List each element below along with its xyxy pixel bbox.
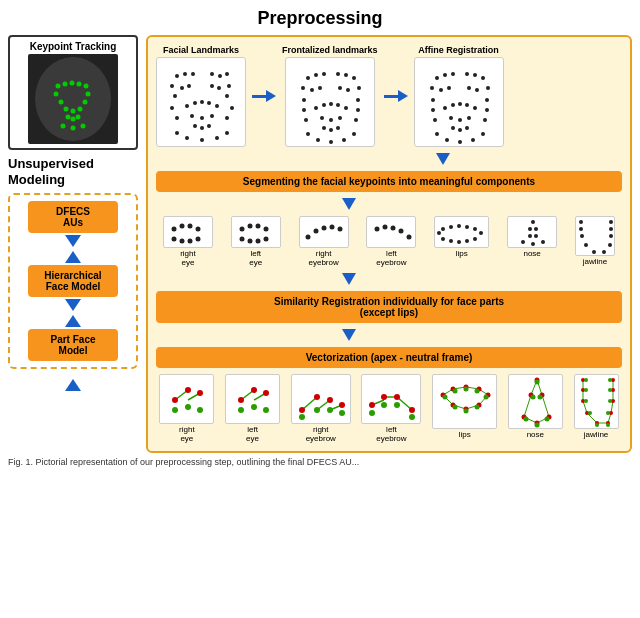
- svg-point-285: [608, 378, 612, 382]
- svg-point-163: [531, 242, 535, 246]
- svg-point-112: [433, 118, 437, 122]
- svg-point-97: [439, 88, 443, 92]
- vec-row: righteye: [156, 374, 622, 443]
- svg-point-59: [301, 86, 305, 90]
- svg-point-4: [77, 82, 82, 87]
- svg-point-26: [227, 84, 231, 88]
- svg-point-2: [63, 82, 68, 87]
- keypoint-label: Keypoint Tracking: [14, 41, 132, 52]
- svg-point-3: [70, 81, 75, 86]
- svg-point-208: [381, 394, 387, 400]
- svg-point-115: [485, 108, 489, 112]
- svg-point-66: [346, 88, 350, 92]
- svg-point-184: [197, 407, 203, 413]
- svg-point-61: [302, 98, 306, 102]
- svg-line-260: [587, 413, 597, 423]
- vec-left-eye: lefteye: [225, 374, 280, 443]
- svg-point-54: [314, 73, 318, 77]
- vec-lips: lips: [432, 374, 497, 439]
- svg-point-58: [352, 76, 356, 80]
- arrow-down-segment: [436, 153, 450, 165]
- part-label-left-eye: lefteye: [249, 249, 262, 267]
- svg-point-6: [54, 92, 59, 97]
- svg-point-91: [473, 73, 477, 77]
- svg-point-41: [193, 124, 197, 128]
- right-panel: Facial Landmarks: [146, 35, 632, 453]
- part-left-eyebrow: lefteyebrow: [366, 216, 416, 267]
- svg-point-74: [338, 116, 342, 120]
- svg-point-44: [175, 116, 179, 120]
- svg-point-87: [435, 76, 439, 80]
- svg-point-165: [534, 234, 538, 238]
- svg-point-209: [394, 394, 400, 400]
- svg-point-55: [322, 72, 326, 76]
- vec-dots-lips: [432, 374, 497, 429]
- svg-point-175: [609, 227, 613, 231]
- svg-point-7: [86, 92, 91, 97]
- svg-point-13: [66, 115, 71, 120]
- vec-left-eyebrow: lefteyebrow: [361, 374, 421, 443]
- svg-point-81: [356, 108, 360, 112]
- vec-label-nose: nose: [527, 430, 544, 439]
- svg-point-172: [602, 250, 606, 254]
- svg-point-100: [475, 88, 479, 92]
- svg-point-22: [210, 72, 214, 76]
- step2-dots: [285, 57, 375, 147]
- svg-point-191: [251, 404, 257, 410]
- svg-point-183: [185, 404, 191, 410]
- svg-point-12: [78, 107, 83, 112]
- segment-box: Segmenting the facial keypoints into mea…: [156, 171, 622, 192]
- svg-point-28: [225, 94, 229, 98]
- svg-point-201: [314, 407, 320, 413]
- svg-point-189: [263, 390, 269, 396]
- part-left-eye: lefteye: [231, 216, 281, 267]
- svg-point-98: [447, 86, 451, 90]
- keypoint-box: Keypoint Tracking: [8, 35, 138, 150]
- svg-point-121: [171, 227, 176, 232]
- svg-point-139: [321, 226, 326, 231]
- arrow-right-1: [252, 90, 276, 102]
- part-label-lips: lips: [456, 249, 468, 258]
- vec-right-eye: righteye: [159, 374, 214, 443]
- svg-point-18: [81, 124, 86, 129]
- svg-point-253: [523, 417, 528, 422]
- vec-label-right-eye: righteye: [179, 425, 195, 443]
- svg-point-187: [238, 397, 244, 403]
- svg-point-122: [179, 224, 184, 229]
- svg-point-200: [299, 414, 305, 420]
- svg-point-46: [170, 106, 174, 110]
- svg-point-105: [473, 106, 477, 110]
- svg-point-214: [409, 414, 415, 420]
- svg-point-211: [369, 410, 375, 416]
- svg-point-137: [305, 235, 310, 240]
- svg-point-150: [465, 225, 469, 229]
- svg-point-149: [457, 224, 461, 228]
- svg-line-240: [524, 395, 531, 417]
- svg-point-63: [310, 88, 314, 92]
- svg-point-48: [175, 131, 179, 135]
- vec-dots-left-eye: [225, 374, 280, 424]
- svg-point-280: [595, 423, 599, 427]
- svg-point-157: [441, 237, 445, 241]
- svg-point-24: [225, 72, 229, 76]
- svg-point-56: [336, 72, 340, 76]
- svg-point-256: [537, 395, 542, 400]
- svg-point-252: [530, 395, 535, 400]
- svg-point-114: [431, 108, 435, 112]
- left-panel: Keypoint Tracking: [8, 35, 138, 453]
- svg-point-5: [84, 84, 89, 89]
- vec-dots-jawline: [574, 374, 619, 429]
- svg-point-145: [399, 229, 404, 234]
- svg-point-144: [391, 226, 396, 231]
- face-svg: [28, 54, 118, 144]
- svg-point-148: [449, 225, 453, 229]
- arrow-down-vec: [342, 329, 356, 341]
- vec-dots-right-eyebrow: [291, 374, 351, 424]
- svg-point-213: [394, 402, 400, 408]
- svg-point-111: [465, 126, 469, 130]
- svg-point-132: [263, 227, 268, 232]
- svg-point-254: [534, 423, 539, 428]
- svg-point-50: [200, 138, 204, 142]
- svg-point-21: [191, 72, 195, 76]
- svg-point-31: [210, 84, 214, 88]
